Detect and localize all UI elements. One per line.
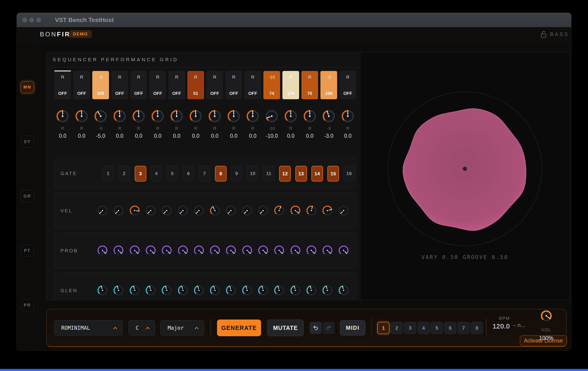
prob-knob-8[interactable]	[209, 245, 220, 257]
step-cell-4[interactable]: ROFF	[111, 71, 128, 99]
prob-knob-11[interactable]	[258, 245, 269, 257]
prob-knob-5[interactable]	[161, 245, 172, 257]
step-cell-12[interactable]: -1074	[263, 71, 280, 99]
gate-step-11[interactable]: 11	[263, 166, 274, 181]
glen-knob-12[interactable]	[273, 285, 285, 297]
gate-step-7[interactable]: 7	[199, 166, 210, 181]
glen-knob-9[interactable]	[225, 285, 237, 297]
pitch-knob-16[interactable]: R0.0	[339, 109, 356, 139]
step-cell-15[interactable]: -3100	[320, 71, 337, 99]
vel-knob-2[interactable]	[113, 205, 124, 217]
pitch-knob-11[interactable]: R0.0	[244, 109, 261, 139]
volume-knob[interactable]	[540, 309, 553, 323]
vel-knob-14[interactable]	[306, 205, 317, 217]
glen-knob-6[interactable]	[177, 285, 189, 297]
glen-knob-13[interactable]	[290, 285, 301, 297]
step-cell-2[interactable]: ROFF	[73, 71, 90, 99]
step-cell-11[interactable]: ROFF	[244, 71, 261, 99]
undo-button[interactable]	[310, 322, 322, 334]
pattern-button-6[interactable]: 6	[444, 322, 456, 334]
vel-knob-9[interactable]	[225, 205, 237, 217]
morph-blob-visualizer[interactable]	[361, 53, 570, 300]
step-cell-9[interactable]: ROFF	[206, 71, 223, 99]
vel-knob-4[interactable]	[145, 205, 156, 217]
glen-knob-10[interactable]	[242, 285, 253, 297]
midi-button[interactable]: MIDI	[340, 320, 365, 336]
prob-knob-6[interactable]	[177, 245, 189, 257]
gate-step-9[interactable]: 9	[231, 166, 242, 181]
vel-knob-15[interactable]	[322, 205, 333, 217]
pattern-button-5[interactable]: 5	[430, 322, 443, 334]
gate-step-14[interactable]: 14	[311, 166, 323, 181]
pitch-knob-1[interactable]: R0.0	[54, 109, 71, 139]
glen-knob-3[interactable]	[129, 285, 140, 297]
gate-step-4[interactable]: 4	[151, 166, 162, 181]
vel-knob-6[interactable]	[177, 205, 189, 217]
pitch-knob-10[interactable]: R0.0	[225, 109, 242, 139]
sidebar-tab-pt[interactable]: PT	[21, 245, 34, 257]
prob-knob-10[interactable]	[242, 245, 253, 257]
preset-name[interactable]: BASS	[550, 31, 569, 37]
glen-knob-11[interactable]	[258, 285, 269, 297]
lock-icon[interactable]	[540, 30, 547, 38]
gate-step-15[interactable]: 15	[327, 166, 339, 181]
scale-select[interactable]: Major	[160, 320, 204, 336]
preset-select[interactable]: ROMINIMAL	[54, 320, 123, 336]
pitch-knob-3[interactable]: -5-5.0	[92, 109, 109, 139]
sidebar-tab-pr[interactable]: PR	[21, 299, 34, 311]
glen-knob-2[interactable]	[113, 285, 124, 297]
pitch-knob-8[interactable]: R0.0	[187, 109, 204, 139]
gate-step-10[interactable]: 10	[247, 166, 258, 181]
pitch-knob-12[interactable]: -10-10.0	[263, 109, 280, 139]
step-cell-1[interactable]: ROFF	[54, 71, 71, 99]
step-cell-16[interactable]: ROFF	[339, 71, 356, 99]
prob-knob-14[interactable]	[306, 245, 317, 257]
vel-knob-8[interactable]	[209, 205, 220, 217]
vel-knob-7[interactable]	[193, 205, 204, 217]
pattern-button-1[interactable]: 1	[377, 322, 389, 334]
pitch-knob-15[interactable]: -3-3.0	[320, 109, 337, 139]
pattern-button-2[interactable]: 2	[391, 322, 403, 334]
glen-knob-15[interactable]	[322, 285, 333, 297]
generate-button[interactable]: GENERATE	[217, 319, 261, 336]
prob-knob-13[interactable]	[290, 245, 301, 257]
gate-step-13[interactable]: 13	[295, 166, 307, 181]
step-cell-7[interactable]: ROFF	[168, 71, 185, 99]
gate-step-6[interactable]: 6	[183, 166, 194, 181]
prob-knob-7[interactable]	[193, 245, 204, 257]
pitch-knob-4[interactable]: R0.0	[111, 109, 128, 139]
glen-knob-5[interactable]	[161, 285, 172, 297]
gate-step-1[interactable]: 1	[103, 166, 114, 181]
prob-knob-15[interactable]	[322, 245, 333, 257]
pattern-button-3[interactable]: 3	[404, 322, 416, 334]
glen-knob-1[interactable]	[97, 285, 108, 297]
gate-step-3[interactable]: 3	[135, 166, 146, 181]
glen-knob-7[interactable]	[193, 285, 204, 297]
pitch-knob-5[interactable]: R0.0	[130, 109, 147, 139]
pitch-knob-6[interactable]: R0.0	[149, 109, 166, 139]
glen-knob-16[interactable]	[338, 285, 349, 297]
mutate-button[interactable]: MUTATE	[267, 319, 304, 336]
prob-knob-4[interactable]	[145, 245, 156, 257]
vel-knob-11[interactable]	[258, 205, 269, 217]
pitch-knob-7[interactable]: R0.0	[168, 109, 185, 139]
bpm-readout[interactable]: BPM 120.0	[489, 316, 510, 330]
prob-knob-12[interactable]	[273, 245, 285, 257]
prob-knob-16[interactable]	[338, 245, 349, 257]
pattern-button-8[interactable]: 8	[471, 322, 483, 334]
sidebar-tab-gr[interactable]: GR	[21, 190, 34, 202]
gate-step-5[interactable]: 5	[167, 166, 178, 181]
glen-knob-8[interactable]	[209, 285, 220, 297]
prob-knob-1[interactable]	[97, 245, 108, 257]
gate-step-2[interactable]: 2	[118, 166, 130, 181]
step-cell-3[interactable]: -5109	[92, 71, 109, 99]
step-cell-5[interactable]: ROFF	[130, 71, 147, 99]
pitch-knob-2[interactable]: R0.0	[73, 109, 90, 139]
glen-knob-14[interactable]	[306, 285, 317, 297]
vel-knob-16[interactable]	[338, 205, 349, 217]
gate-step-12[interactable]: 12	[279, 166, 291, 181]
pattern-button-7[interactable]: 7	[457, 322, 470, 334]
glen-knob-4[interactable]	[145, 285, 156, 297]
vel-knob-5[interactable]	[161, 205, 172, 217]
zoom-button[interactable]	[36, 18, 41, 22]
